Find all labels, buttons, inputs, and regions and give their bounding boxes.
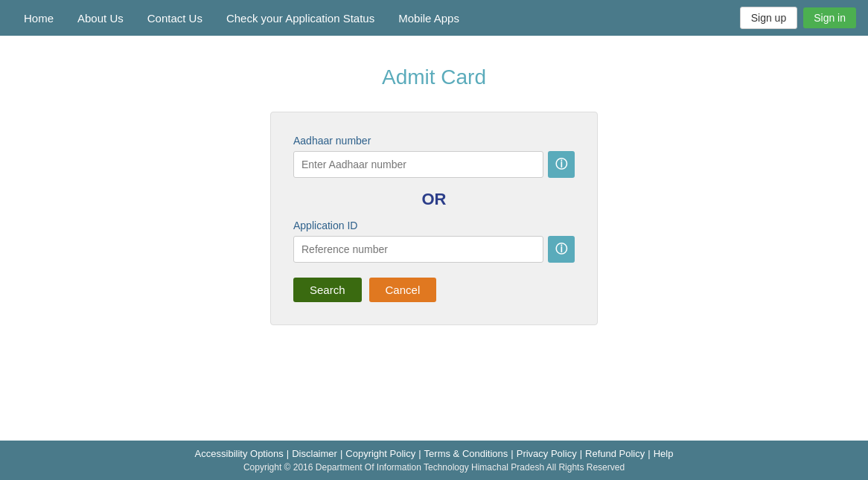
footer-links: Accessibility Options | Disclaimer | Cop… xyxy=(12,448,856,459)
aadhaar-field-row: ⓘ xyxy=(293,151,575,178)
cancel-button[interactable]: Cancel xyxy=(369,278,437,302)
application-id-input[interactable] xyxy=(293,236,543,263)
aadhaar-input[interactable] xyxy=(293,151,543,178)
aadhaar-label: Aadhaar number xyxy=(293,135,575,147)
form-buttons: Search Cancel xyxy=(293,278,575,302)
main-content: Admit Card Aadhaar number ⓘ OR Applicati… xyxy=(0,36,868,441)
navbar-right: Sign up Sign in xyxy=(740,7,856,29)
footer-copyright: Copyright © 2016 Department Of Informati… xyxy=(12,462,856,473)
footer-copyright-policy[interactable]: Copyright Policy xyxy=(345,448,415,459)
application-id-info-button[interactable]: ⓘ xyxy=(548,236,575,263)
footer-accessibility-options[interactable]: Accessibility Options xyxy=(195,448,284,459)
footer-privacy-policy[interactable]: Privacy Policy xyxy=(517,448,577,459)
application-id-label: Application ID xyxy=(293,220,575,231)
page-title: Admit Card xyxy=(382,65,486,89)
signin-button[interactable]: Sign in xyxy=(803,7,856,28)
or-divider: OR xyxy=(293,190,575,209)
nav-mobile-apps[interactable]: Mobile Apps xyxy=(386,0,471,36)
form-card: Aadhaar number ⓘ OR Application ID ⓘ Sea… xyxy=(270,112,598,325)
nav-home[interactable]: Home xyxy=(12,0,66,36)
navbar-left: Home About Us Contact Us Check your Appl… xyxy=(12,0,740,36)
application-id-field-group: Application ID ⓘ xyxy=(293,220,575,263)
nav-about-us[interactable]: About Us xyxy=(66,0,135,36)
aadhaar-field-group: Aadhaar number ⓘ xyxy=(293,135,575,178)
nav-check-application-status[interactable]: Check your Application Status xyxy=(214,0,386,36)
signup-button[interactable]: Sign up xyxy=(740,7,797,29)
footer-refund-policy[interactable]: Refund Policy xyxy=(585,448,645,459)
search-button[interactable]: Search xyxy=(293,278,362,302)
footer-terms-conditions[interactable]: Terms & Conditions xyxy=(424,448,508,459)
footer-disclaimer[interactable]: Disclaimer xyxy=(292,448,337,459)
nav-contact-us[interactable]: Contact Us xyxy=(135,0,214,36)
navbar: Home About Us Contact Us Check your Appl… xyxy=(0,0,868,36)
aadhaar-info-button[interactable]: ⓘ xyxy=(548,151,575,178)
footer-help[interactable]: Help xyxy=(654,448,674,459)
footer: Accessibility Options | Disclaimer | Cop… xyxy=(0,441,868,480)
application-id-field-row: ⓘ xyxy=(293,236,575,263)
